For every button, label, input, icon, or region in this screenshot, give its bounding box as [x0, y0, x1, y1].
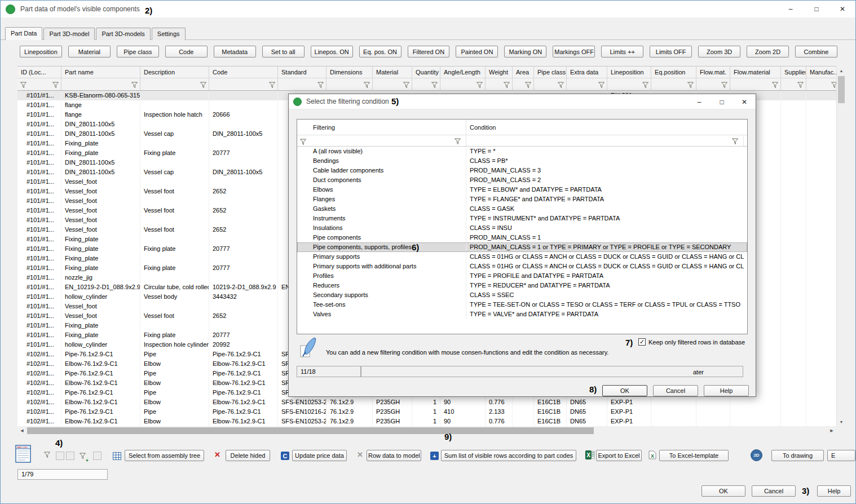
filter-icon[interactable]: [731, 137, 739, 147]
vertical-scroll-thumb[interactable]: [838, 76, 845, 103]
filter-icon[interactable]: [52, 81, 59, 91]
column-header-code[interactable]: Code: [209, 67, 278, 78]
scroll-right-icon[interactable]: ▶: [827, 426, 836, 435]
filter-placeholder-button[interactable]: [93, 452, 102, 460]
column-filter-cell[interactable]: [696, 78, 730, 90]
toolbar-button-pipe-class[interactable]: Pipe class: [117, 46, 159, 58]
filter-condition-row[interactable]: FlangesTYPE = FLANGE* and DATATYPE = PAR…: [297, 194, 747, 204]
filter-condition-row[interactable]: InstrumentsTYPE = INSTRUMENT* and DATATY…: [297, 214, 747, 223]
filter-icon[interactable]: [557, 81, 564, 91]
toolbar-button-linepos-on[interactable]: Linepos. ON: [311, 46, 353, 58]
column-filter-cell[interactable]: [567, 78, 607, 90]
dialog-minimize-icon[interactable]: –: [688, 94, 711, 109]
dialog-cancel-button[interactable]: Cancel: [653, 385, 698, 396]
filter-condition-row[interactable]: Duct componentsPROD_MAIN_CLASS = 2: [297, 175, 747, 185]
column-filter-cell[interactable]: [326, 78, 373, 90]
column-filter-cell[interactable]: [412, 78, 440, 90]
toolbar-button-lineposition[interactable]: Lineposition: [20, 46, 62, 58]
table-row[interactable]: #102/#1...Pipe-76.1x2.9-C1PipePipe-76.1x…: [17, 407, 836, 417]
delete-hided-button[interactable]: Delete hided: [226, 450, 270, 461]
filter-icon[interactable]: [721, 81, 728, 91]
toolbar-button-metadata[interactable]: Metadata: [214, 46, 256, 58]
keep-filtered-checkbox[interactable]: Keep only filtered rows in database: [638, 338, 745, 346]
column-filter-cell[interactable]: [651, 78, 696, 90]
column-filter-cell[interactable]: [781, 78, 806, 90]
scroll-down-icon[interactable]: ▼: [837, 417, 846, 426]
filter-condition-row[interactable]: BendingsCLASS = PB*: [297, 156, 747, 166]
toolbar-button-eq-pos-on[interactable]: Eq. pos. ON: [359, 46, 401, 58]
filter-icon[interactable]: [831, 81, 836, 91]
filter-condition-row[interactable]: ReducersTYPE = REDUCER* and DATATYPE = P…: [297, 281, 747, 290]
column-filter-cell[interactable]: [140, 78, 209, 90]
column-filter-cell[interactable]: [513, 78, 534, 90]
drawing-2d-icon[interactable]: 2D: [751, 449, 762, 461]
filter-add-icon[interactable]: +: [79, 452, 86, 462]
part-list-icon[interactable]: PART LIST: [15, 445, 31, 463]
column-header-material[interactable]: Material: [373, 67, 412, 78]
filter-condition-row[interactable]: Primary supports with additional partsCL…: [297, 262, 747, 271]
vertical-scrollbar[interactable]: ▲ ▼: [836, 66, 845, 426]
price-data-icon[interactable]: C: [281, 452, 289, 460]
excel-template-icon[interactable]: X: [648, 450, 656, 459]
filter-condition-row[interactable]: ProfilesTYPE = PROFILE and DATATYPE = PA…: [297, 271, 747, 281]
column-header-pipe-class[interactable]: Pipe class: [534, 67, 567, 78]
ok-button[interactable]: OK: [701, 485, 745, 497]
sum-list-button[interactable]: Sum list of visible rows according to pa…: [441, 450, 576, 461]
horizontal-scroll-thumb[interactable]: [27, 427, 594, 434]
column-filter-cell[interactable]: [607, 78, 651, 90]
filter-icon[interactable]: [363, 81, 370, 91]
row-data-to-model-icon[interactable]: ✕: [357, 450, 363, 459]
filter-icon[interactable]: [20, 81, 27, 91]
filter-icon[interactable]: [687, 81, 694, 91]
excel-icon[interactable]: X: [585, 450, 595, 459]
column-header-condition[interactable]: Condition: [466, 120, 744, 135]
dialog-close-icon[interactable]: ✕: [733, 94, 756, 109]
column-header-id-loc[interactable]: ID (Loc...: [17, 67, 61, 78]
update-price-data-button[interactable]: Update price data: [292, 450, 347, 461]
filter-condition-row[interactable]: Cable ladder componentsPROD_MAIN_CLASS =…: [297, 166, 747, 175]
toolbar-button-limits[interactable]: Limits ++: [601, 46, 643, 58]
column-header-manufac[interactable]: Manufac...: [806, 67, 836, 78]
dialog-help-button[interactable]: Help: [704, 385, 749, 396]
to-excel-template-button[interactable]: To Excel-template: [659, 450, 729, 461]
filter-icon[interactable]: [200, 81, 207, 91]
filter-condition-row[interactable]: Pipe components, supports, profilesPROD_…: [297, 242, 747, 252]
toolbar-button-painted-on[interactable]: Painted ON: [456, 46, 498, 58]
tab-part-data[interactable]: Part Data: [5, 27, 42, 40]
toolbar-button-material[interactable]: Material: [68, 46, 111, 58]
filter-icon[interactable]: [454, 137, 461, 147]
scroll-left-icon[interactable]: ◀: [17, 426, 27, 435]
toolbar-button-limits-off[interactable]: Limits OFF: [650, 46, 692, 58]
column-header-flow-mat[interactable]: Flow.mat.: [696, 67, 730, 78]
tab-part-3d-models[interactable]: Part 3D-models: [96, 28, 150, 40]
column-header-weight[interactable]: Weight: [486, 67, 513, 78]
toolbar-button-zoom-2d[interactable]: Zoom 2D: [747, 46, 789, 58]
close-icon[interactable]: ✕: [829, 1, 855, 17]
filter-icon[interactable]: [797, 81, 804, 91]
export-to-excel-button[interactable]: Export to Excel: [596, 450, 642, 461]
toolbar-button-set-to-all[interactable]: Set to all: [262, 46, 305, 58]
column-filter-cell[interactable]: [373, 78, 412, 90]
filter-icon[interactable]: [642, 81, 649, 91]
column-filter-cell[interactable]: [278, 78, 326, 90]
filter-condition-row[interactable]: A (all rows visible)TYPE = *: [297, 147, 747, 156]
table-row[interactable]: #102/#1...Elbow-76.1x2.9-C1ElbowElbow-76…: [17, 417, 836, 426]
column-header-dimensions[interactable]: Dimensions: [326, 67, 373, 78]
toolbar-button-combine[interactable]: Combine: [795, 46, 837, 58]
filter-icon[interactable]: [268, 81, 276, 91]
toolbar-button-code[interactable]: Code: [165, 46, 208, 58]
filter-condition-row[interactable]: ValvesTYPE = VALVE* and DATATYPE = PARTD…: [297, 310, 747, 319]
filter-condition-row[interactable]: GasketsCLASS = GASK: [297, 204, 747, 214]
column-header-area[interactable]: Area: [513, 67, 534, 78]
column-filter-cell[interactable]: [806, 78, 836, 90]
filter-condition-row[interactable]: Pipe componentsPROD_MAIN_CLASS = 1: [297, 233, 747, 242]
filter-icon[interactable]: [524, 81, 532, 91]
column-header-supplier[interactable]: Supplier: [781, 67, 806, 78]
filter-icon[interactable]: [771, 81, 779, 91]
filter-icon[interactable]: [131, 81, 138, 91]
filter-placeholder-button[interactable]: [66, 452, 74, 460]
assembly-tree-icon[interactable]: [113, 452, 121, 460]
help-button[interactable]: Help: [817, 485, 851, 497]
filter-condition-row[interactable]: Secondary supportsCLASS = SSEC: [297, 290, 747, 300]
column-header-lineposition[interactable]: Lineposition: [607, 67, 651, 78]
